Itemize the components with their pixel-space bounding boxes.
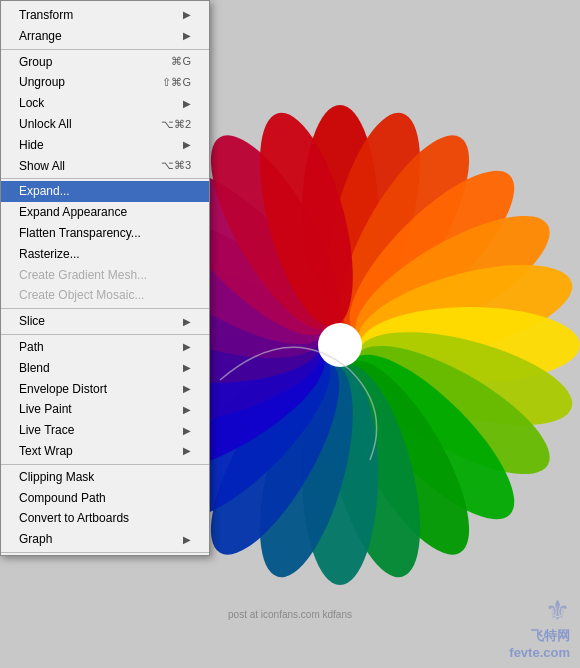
arrow-icon: ▶ [183,533,191,547]
menu-item-path[interactable]: Path ▶ [1,337,209,358]
menu-item-graph[interactable]: Graph ▶ [1,529,209,550]
arrow-icon: ▶ [183,315,191,329]
menu-item-ungroup[interactable]: Ungroup ⇧⌘G [1,72,209,93]
svg-point-25 [318,323,362,367]
menu-section-5: Path ▶ Blend ▶ Envelope Distort ▶ Live P… [1,335,209,465]
arrow-icon: ▶ [183,424,191,438]
arrow-icon: ▶ [183,403,191,417]
arrow-icon: ▶ [183,382,191,396]
arrow-icon: ▶ [183,8,191,22]
menu-item-expand[interactable]: Expand... [1,181,209,202]
menu-item-hide[interactable]: Hide ▶ [1,135,209,156]
menu-section-3: Expand... Expand Appearance Flatten Tran… [1,179,209,309]
arrow-icon: ▶ [183,340,191,354]
arrow-icon: ▶ [183,97,191,111]
menu-section-1: Transform ▶ Arrange ▶ [1,3,209,50]
menu-item-show-all[interactable]: Show All ⌥⌘3 [1,156,209,177]
menu-item-arrange[interactable]: Arrange ▶ [1,26,209,47]
menu-section-4: Slice ▶ [1,309,209,335]
arrow-icon: ▶ [183,444,191,458]
menu-item-create-object-mosaic[interactable]: Create Object Mosaic... [1,285,209,306]
menu-item-unlock-all[interactable]: Unlock All ⌥⌘2 [1,114,209,135]
arrow-icon: ▶ [183,361,191,375]
menu-item-lock[interactable]: Lock ▶ [1,93,209,114]
menu-item-compound-path[interactable]: Compound Path [1,488,209,509]
menu-item-group[interactable]: Group ⌘G [1,52,209,73]
post-text: post at iconfans.com kdfans [228,609,352,620]
menu-item-live-trace[interactable]: Live Trace ▶ [1,420,209,441]
arrow-icon: ▶ [183,29,191,43]
menu-item-clipping-mask[interactable]: Clipping Mask [1,467,209,488]
menu-item-blend[interactable]: Blend ▶ [1,358,209,379]
menu-item-transform[interactable]: Transform ▶ [1,5,209,26]
menu-item-text-wrap[interactable]: Text Wrap ▶ [1,441,209,462]
menu-section-2: Group ⌘G Ungroup ⇧⌘G Lock ▶ Unlock All ⌥… [1,50,209,180]
menu-item-rasterize[interactable]: Rasterize... [1,244,209,265]
watermark: ⚜ 飞特网 fevte.com [509,594,570,660]
arrow-icon: ▶ [183,138,191,152]
menu-item-slice[interactable]: Slice ▶ [1,311,209,332]
menu-item-flatten-transparency[interactable]: Flatten Transparency... [1,223,209,244]
context-menu[interactable]: Transform ▶ Arrange ▶ Group ⌘G Ungroup ⇧… [0,0,210,556]
menu-item-create-gradient-mesh[interactable]: Create Gradient Mesh... [1,265,209,286]
menu-item-live-paint[interactable]: Live Paint ▶ [1,399,209,420]
menu-section-6: Clipping Mask Compound Path Convert to A… [1,465,209,553]
logo-icon: ⚜ [509,594,570,627]
menu-item-expand-appearance[interactable]: Expand Appearance [1,202,209,223]
site-url: fevte.com [509,645,570,660]
menu-item-convert-artboards[interactable]: Convert to Artboards [1,508,209,529]
menu-item-envelope-distort[interactable]: Envelope Distort ▶ [1,379,209,400]
logo-text: 飞特网 [509,627,570,645]
